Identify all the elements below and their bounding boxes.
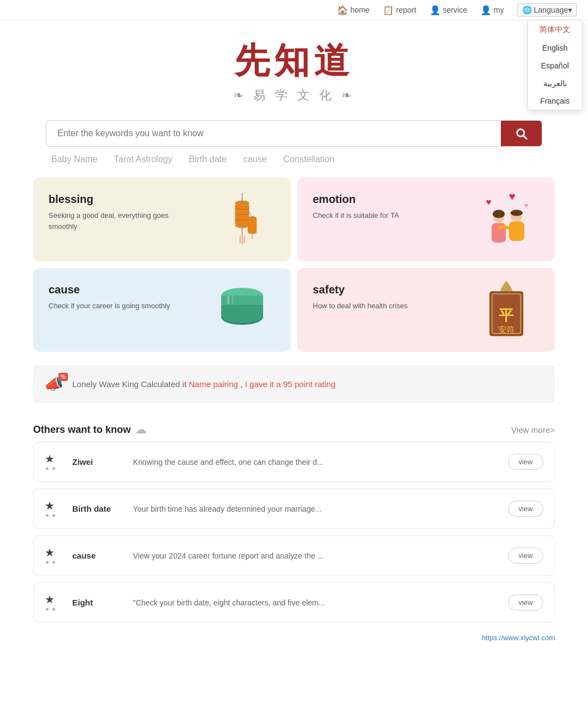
svg-rect-12 xyxy=(248,218,256,232)
my-icon: 👤 xyxy=(480,5,491,15)
search-tag[interactable]: Birth date xyxy=(189,154,226,164)
star-icon: ★ xyxy=(45,593,55,605)
search-bar xyxy=(46,120,542,147)
list-item-view-button[interactable]: view xyxy=(508,454,543,470)
svg-point-31 xyxy=(221,308,263,323)
card-blessing-image xyxy=(209,193,275,248)
language-button[interactable]: 🌐 Language▾ xyxy=(517,3,577,17)
card-emotion-desc: Check if it is suitable for TA xyxy=(313,210,399,221)
card-cause-image xyxy=(209,283,275,339)
search-tag[interactable]: Tarot Astrology xyxy=(114,154,173,164)
language-dropdown: 简体中文 English Español بالعربية Français xyxy=(527,20,582,110)
search-button[interactable] xyxy=(501,121,542,146)
marquee-rating[interactable]: I gave it a 95 point rating xyxy=(245,379,335,389)
site-title: 先知道 xyxy=(0,37,588,85)
list-item-view-button[interactable]: view xyxy=(508,501,543,517)
star-icon: ★ xyxy=(45,546,55,559)
card-blessing-desc: Seeking a good deal, everything goes smo… xyxy=(49,210,173,232)
lang-option-ar[interactable]: بالعربية xyxy=(528,74,582,92)
lantern-icon xyxy=(215,193,270,248)
list-item-view-button[interactable]: view xyxy=(508,548,543,564)
list-items: ★ ★ ★ Ziwei Knowing the cause and effect… xyxy=(33,442,555,629)
cards-grid: blessing Seeking a good deal, everything… xyxy=(0,164,588,365)
card-safety-desc: How to deal with health crises xyxy=(313,301,408,312)
site-subtitle: ❧ 易 学 文 化 ❧ xyxy=(0,87,588,104)
svg-rect-2 xyxy=(235,203,249,226)
card-safety[interactable]: safety How to deal with health crises 平 … xyxy=(297,268,555,352)
star-icon: ★ xyxy=(45,500,55,512)
marquee-prefix: Lonely Wave King Calculated it xyxy=(72,379,186,389)
svg-point-23 xyxy=(510,210,522,216)
others-title: Others want to know ☁ xyxy=(33,423,146,436)
svg-text:♥: ♥ xyxy=(486,197,491,207)
list-item-desc: Your birth time has already determined y… xyxy=(133,505,497,513)
svg-text:平: 平 xyxy=(499,307,515,324)
marquee-section: 📣 % Lonely Wave King Calculated it Name … xyxy=(33,365,555,403)
top-nav: 🏠 home 📋 report 👤 service 👤 my 🌐 Languag… xyxy=(0,0,588,20)
search-tag[interactable]: cause xyxy=(243,154,267,164)
lang-option-zh[interactable]: 简体中文 xyxy=(528,20,582,39)
marquee-link[interactable]: Name pairing xyxy=(189,379,238,389)
nav-my[interactable]: 👤 my xyxy=(480,5,504,15)
search-section: Baby NameTarot AstrologyBirth datecauseC… xyxy=(0,109,588,164)
lang-option-fr[interactable]: Français xyxy=(528,92,582,110)
site-header: 先知道 ❧ 易 学 文 化 ❧ xyxy=(0,20,588,109)
language-globe-icon: 🌐 xyxy=(522,6,532,14)
svg-point-22 xyxy=(493,210,505,218)
megaphone-icon: 📣 % xyxy=(44,375,63,393)
svg-point-6 xyxy=(235,223,249,228)
list-item: ★ ★ ★ Ziwei Knowing the cause and effect… xyxy=(33,442,555,482)
footer-url[interactable]: https://www.xlycwl.com xyxy=(0,629,588,646)
search-icon xyxy=(514,126,528,141)
list-item: ★ ★ ★ cause View your 2024 career fortun… xyxy=(33,535,555,576)
others-section: Others want to know ☁ View more> ★ ★ ★ Z… xyxy=(33,414,555,629)
card-cause[interactable]: cause Check if your career is going smoo… xyxy=(33,268,291,352)
card-cause-desc: Check if your career is going smoothly xyxy=(49,301,170,312)
svg-rect-19 xyxy=(509,222,525,241)
coins-icon xyxy=(212,283,272,339)
card-emotion[interactable]: emotion Check if it is suitable for TA ♥… xyxy=(297,178,555,261)
svg-text:♥: ♥ xyxy=(509,190,516,202)
card-emotion-title: emotion xyxy=(313,193,399,206)
card-blessing-title: blessing xyxy=(49,193,173,206)
list-item-category: Ziwei xyxy=(72,457,122,467)
view-more-button[interactable]: View more> xyxy=(511,425,555,435)
list-item-category: Eight xyxy=(72,598,122,607)
nav-report[interactable]: 📋 report xyxy=(383,5,416,15)
search-input[interactable] xyxy=(46,121,501,146)
marquee-suffix: , xyxy=(240,379,243,389)
cloud-icon: ☁ xyxy=(135,423,146,436)
search-tag[interactable]: Constellation xyxy=(284,154,335,164)
card-safety-image: 平 安符 xyxy=(473,283,539,339)
search-tag[interactable]: Baby Name xyxy=(51,154,98,164)
search-tags: Baby NameTarot AstrologyBirth datecauseC… xyxy=(51,154,334,164)
card-safety-title: safety xyxy=(313,283,408,296)
amulet-icon: 平 安符 xyxy=(484,281,528,341)
list-item: ★ ★ ★ Birth date Your birth time has alr… xyxy=(33,489,555,529)
svg-text:♥: ♥ xyxy=(524,201,528,210)
card-emotion-image: ♥ ♥ ♥ xyxy=(473,193,539,248)
list-item-desc: "Check your birth date, eight characters… xyxy=(133,598,497,607)
nav-service[interactable]: 👤 service xyxy=(430,5,467,15)
svg-text:安符: 安符 xyxy=(498,325,515,334)
others-header: Others want to know ☁ View more> xyxy=(33,414,555,442)
lang-option-en[interactable]: English xyxy=(528,39,582,57)
list-item-view-button[interactable]: view xyxy=(508,594,543,610)
service-icon: 👤 xyxy=(430,5,441,15)
home-icon: 🏠 xyxy=(337,5,348,15)
list-item-category: cause xyxy=(72,551,122,560)
nav-home[interactable]: 🏠 home xyxy=(337,5,370,15)
list-item: ★ ★ ★ Eight "Check your birth date, eigh… xyxy=(33,582,555,623)
discount-badge: % xyxy=(58,373,68,381)
card-cause-title: cause xyxy=(49,283,170,296)
list-item-category: Birth date xyxy=(72,504,122,513)
svg-point-13 xyxy=(248,230,256,234)
marquee-text: Lonely Wave King Calculated it Name pair… xyxy=(72,379,335,389)
star-icon: ★ xyxy=(45,453,55,465)
list-item-desc: Knowing the cause and effect, one can ch… xyxy=(133,458,497,467)
card-blessing[interactable]: blessing Seeking a good deal, everything… xyxy=(33,178,291,261)
couple-icon: ♥ ♥ ♥ xyxy=(473,190,539,251)
report-icon: 📋 xyxy=(383,5,394,15)
lang-option-es[interactable]: Español xyxy=(528,57,582,74)
list-item-desc: View your 2024 career fortune report and… xyxy=(133,551,497,560)
